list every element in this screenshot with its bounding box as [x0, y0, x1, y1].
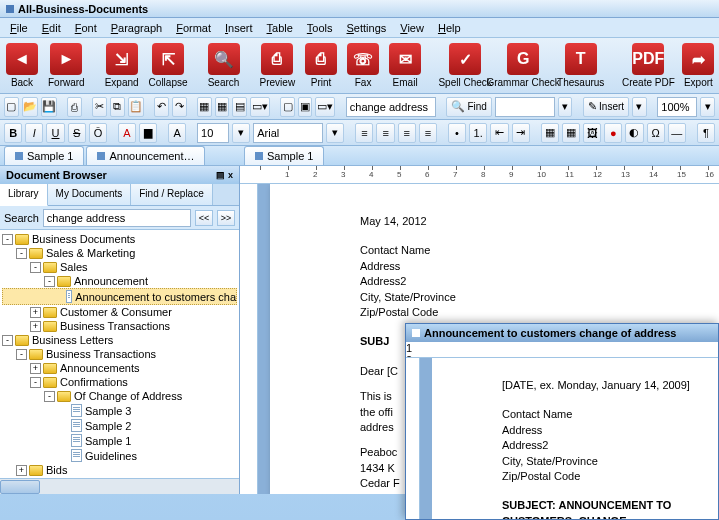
font-color-icon[interactable]: A	[118, 123, 136, 143]
bullets-icon[interactable]: •	[448, 123, 466, 143]
tb-btn[interactable]: —	[668, 123, 686, 143]
menu-view[interactable]: View	[394, 20, 430, 35]
browser-tab[interactable]: My Documents	[48, 184, 132, 205]
browser-tab[interactable]: Library	[0, 184, 48, 206]
email-button[interactable]: ✉Email	[387, 40, 423, 91]
redo-icon[interactable]: ↷	[172, 97, 187, 117]
tree-node[interactable]: Guidelines	[2, 448, 237, 463]
open-icon[interactable]: 📂	[22, 97, 38, 117]
pin-icon[interactable]: ▤ x	[216, 170, 233, 180]
spell-check-button[interactable]: ✓Spell Check	[439, 40, 491, 91]
tree-node[interactable]: Sample 3	[2, 403, 237, 418]
expand-icon[interactable]: +	[30, 321, 41, 332]
tb-btn[interactable]: 🖼	[583, 123, 601, 143]
expand-icon[interactable]: +	[16, 465, 27, 476]
dropdown-icon[interactable]: ▾	[700, 97, 715, 117]
highlight-icon[interactable]: ▆	[139, 123, 157, 143]
tree-node[interactable]: -Sales & Marketing	[2, 246, 237, 260]
menu-table[interactable]: Table	[261, 20, 299, 35]
next-button[interactable]: >>	[217, 210, 235, 226]
tree-node[interactable]: +Customer & Consumer	[2, 305, 237, 319]
tb-btn[interactable]: ▦	[215, 97, 230, 117]
tb-btn[interactable]: ▦	[541, 123, 559, 143]
export-button[interactable]: ➦Export	[680, 40, 716, 91]
save-icon[interactable]: 💾	[41, 97, 57, 117]
tb-btn[interactable]: ◐	[625, 123, 643, 143]
tb-btn[interactable]: ▣	[298, 97, 313, 117]
tree-node[interactable]: -Business Documents	[2, 232, 237, 246]
expand-button[interactable]: ⇲Expand	[103, 40, 141, 91]
dropdown-icon[interactable]: ▾	[558, 97, 573, 117]
doc-tab[interactable]: Sample 1	[4, 146, 84, 165]
dropdown-icon[interactable]: ▾	[232, 123, 250, 143]
expand-icon[interactable]: +	[30, 307, 41, 318]
tree-node[interactable]: +Business Transactions	[2, 319, 237, 333]
new-icon[interactable]: ▢	[4, 97, 19, 117]
address-input[interactable]	[346, 97, 436, 117]
scrollbar-horizontal[interactable]	[0, 478, 239, 494]
expand-icon[interactable]: -	[30, 262, 41, 273]
print-icon[interactable]: ⎙	[67, 97, 82, 117]
tree-node[interactable]: Announcement to customers cha	[2, 288, 237, 305]
sub-ruler[interactable]: 12345678910	[406, 342, 718, 358]
menu-help[interactable]: Help	[432, 20, 467, 35]
sub-page[interactable]: [DATE, ex. Monday, January 14, 2009] Con…	[432, 358, 718, 519]
indent-icon[interactable]: ⇥	[512, 123, 530, 143]
expand-icon[interactable]: -	[2, 234, 13, 245]
tree-node[interactable]: -Of Change of Address	[2, 389, 237, 403]
tree-node[interactable]: Sample 1	[2, 433, 237, 448]
align-left-icon[interactable]: ≡	[355, 123, 373, 143]
undo-icon[interactable]: ↶	[154, 97, 169, 117]
insert-button[interactable]: ✎Insert	[583, 97, 629, 117]
pilcrow-icon[interactable]: ¶	[697, 123, 715, 143]
paste-icon[interactable]: 📋	[128, 97, 144, 117]
sub-window-title[interactable]: Announcement to customers change of addr…	[406, 324, 718, 342]
grammar-check-button[interactable]: GGrammar Check	[497, 40, 549, 91]
italic-button[interactable]: I	[25, 123, 43, 143]
expand-icon[interactable]: -	[16, 349, 27, 360]
tree-node[interactable]: -Sales	[2, 260, 237, 274]
font-size-input[interactable]	[197, 123, 229, 143]
menu-font[interactable]: Font	[69, 20, 103, 35]
tb-btn[interactable]: ▭▾	[250, 97, 270, 117]
expand-icon[interactable]: -	[44, 391, 55, 402]
zoom-input[interactable]	[657, 97, 697, 117]
expand-icon[interactable]: +	[30, 363, 41, 374]
doc-tab[interactable]: Sample 1	[244, 146, 324, 165]
menu-edit[interactable]: Edit	[36, 20, 67, 35]
scroll-thumb[interactable]	[0, 480, 40, 494]
sub-window[interactable]: Announcement to customers change of addr…	[405, 323, 719, 520]
expand-icon[interactable]: -	[16, 248, 27, 259]
tree-node[interactable]: -Business Letters	[2, 333, 237, 347]
back-button[interactable]: ◄Back	[4, 40, 40, 91]
bold-button[interactable]: B	[4, 123, 22, 143]
tree-node[interactable]: +Announcements	[2, 361, 237, 375]
menu-paragraph[interactable]: Paragraph	[105, 20, 168, 35]
thesaurus-button[interactable]: TThesaurus	[555, 40, 606, 91]
tb-btn[interactable]: ▭▾	[315, 97, 335, 117]
outdent-icon[interactable]: ⇤	[490, 123, 508, 143]
browser-search-input[interactable]	[43, 209, 191, 227]
tree-node[interactable]: -Business Transactions	[2, 347, 237, 361]
tb-btn[interactable]: A	[168, 123, 186, 143]
tb-btn[interactable]: ▦	[197, 97, 212, 117]
dropdown-icon[interactable]: ▾	[632, 97, 647, 117]
ruler-horizontal[interactable]: 12345678910111213141516	[240, 166, 719, 184]
align-justify-icon[interactable]: ≡	[419, 123, 437, 143]
search-button[interactable]: 🔍Search	[206, 40, 242, 91]
doc-tab[interactable]: Announcement…	[86, 146, 205, 165]
menu-insert[interactable]: Insert	[219, 20, 259, 35]
tree-node[interactable]: +Bids	[2, 463, 237, 477]
tb-btn[interactable]: ▤	[232, 97, 247, 117]
document-tree[interactable]: -Business Documents-Sales & Marketing-Sa…	[0, 230, 239, 478]
font-name-input[interactable]	[253, 123, 323, 143]
tb-btn[interactable]: ▢	[280, 97, 295, 117]
find-icon[interactable]: 🔍Find	[446, 97, 491, 117]
preview-button[interactable]: ⎙Preview	[258, 40, 298, 91]
copy-icon[interactable]: ⧉	[110, 97, 125, 117]
menu-format[interactable]: Format	[170, 20, 217, 35]
browser-tab[interactable]: Find / Replace	[131, 184, 212, 205]
underline-button[interactable]: U	[46, 123, 64, 143]
menu-file[interactable]: File	[4, 20, 34, 35]
dropdown-icon[interactable]: ▾	[326, 123, 344, 143]
